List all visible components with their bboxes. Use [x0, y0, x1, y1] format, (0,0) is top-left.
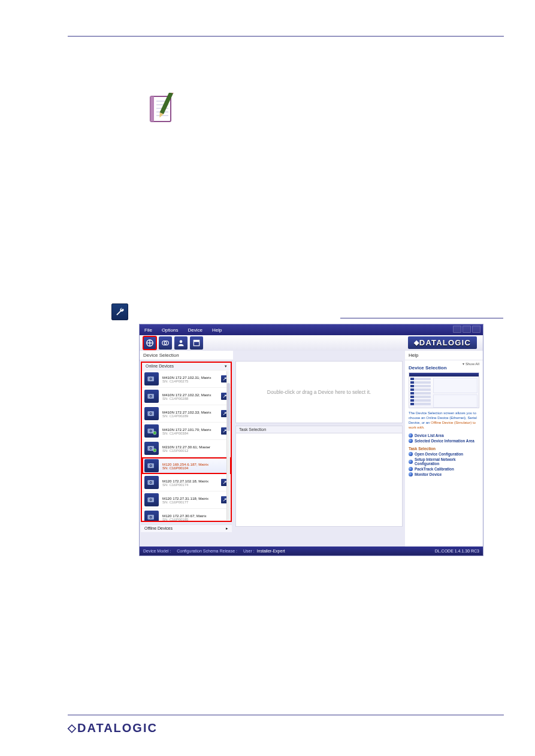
camera-icon — [144, 459, 159, 472]
help-link[interactable]: Setup Internal Network Configuration — [409, 457, 479, 466]
svg-point-42 — [150, 482, 151, 483]
toolbar-layout[interactable] — [190, 336, 203, 350]
online-devices-header[interactable]: Online Devices▾ — [142, 363, 231, 371]
svg-point-28 — [150, 413, 151, 414]
wrench-step-button — [111, 303, 128, 320]
device-item[interactable]: M410N 172.27.101.70; MatrixSN: C14P00384 — [142, 423, 231, 440]
camera-icon — [144, 511, 159, 522]
help-description: The Device Selection screen allows you t… — [409, 411, 479, 430]
device-item[interactable]: M410N 172.27.102.33; MatrixSN: C14P00289 — [142, 405, 231, 423]
chevron-right-icon: ▸ — [226, 526, 228, 531]
window-maximize[interactable] — [463, 326, 471, 333]
svg-point-35 — [150, 448, 151, 449]
menu-file[interactable]: File — [144, 327, 152, 333]
app-body: Device Selection Online Devices▾ M410N 1… — [140, 351, 483, 546]
right-column: Help ▾ Show All Device Selection The Dev… — [405, 351, 483, 546]
statusbar-left: Device Model : Configuration Schema Rele… — [143, 549, 286, 553]
offline-devices-header[interactable]: Offline Devices▸ — [141, 524, 232, 532]
scrollbar-thumb[interactable] — [227, 383, 230, 431]
device-item[interactable]: M410N 172.27.102.31; MatrixSN: C14P00275 — [142, 371, 231, 388]
note-icon — [147, 93, 177, 126]
help-body: ▾ Show All Device Selection The Device S… — [405, 360, 483, 546]
camera-icon — [144, 493, 159, 506]
help-subheading: Task Selection — [409, 447, 479, 451]
svg-point-45 — [150, 499, 151, 500]
statusbar: Device Model : Configuration Schema Rele… — [140, 546, 483, 555]
toolbar-user[interactable] — [174, 336, 188, 350]
device-item[interactable]: M120 169.254.6.187; MatrixSN: C16P00104 — [142, 457, 231, 474]
device-text: M410N 172.27.101.70; MatrixSN: C14P00384 — [162, 427, 217, 435]
device-text: M120 169.254.6.187; MatrixSN: C16P00104 — [162, 462, 228, 470]
chevron-down-icon: ▾ — [225, 364, 227, 369]
device-selection-heading: Device Selection — [140, 351, 233, 360]
svg-rect-1 — [150, 96, 154, 122]
footer-brand: ◇DATALOGIC — [68, 721, 158, 735]
menu-help[interactable]: Help — [212, 327, 222, 333]
device-item[interactable]: M410N 172.27.102.32; MatrixSN: C14P00288 — [142, 388, 231, 405]
toolbar-getting-started[interactable] — [143, 336, 156, 350]
svg-point-32 — [153, 432, 156, 435]
device-text: M120 172.27.102.18; MatrixSN: C16P00174 — [162, 479, 217, 487]
camera-icon — [144, 476, 159, 489]
left-column: Device Selection Online Devices▾ M410N 1… — [140, 351, 233, 546]
window-close[interactable] — [472, 326, 480, 333]
device-text: M410N 172.27.102.33; MatrixSN: C14P00289 — [162, 410, 217, 418]
device-text: M210N 172.27.30.61; MasterSN: C15P00012 — [162, 445, 228, 453]
menu-device[interactable]: Device — [188, 327, 202, 333]
camera-icon — [144, 442, 159, 455]
task-selection-header: Task Selection — [235, 426, 403, 433]
page-bottom-rule — [68, 715, 504, 715]
hr-right — [340, 318, 503, 318]
menubar: File Options Device Help — [140, 324, 483, 335]
device-dropzone[interactable]: Double-click or drag a Device here to se… — [235, 361, 403, 423]
help-link[interactable]: Open Device Configuration — [409, 452, 479, 456]
device-text: M120 172.27.31.118; MatrixSN: C16P00177 — [162, 496, 217, 504]
online-devices-pane: Online Devices▾ M410N 172.27.102.31; Mat… — [141, 362, 232, 522]
menu-options[interactable]: Options — [162, 327, 179, 333]
device-item[interactable]: M120 172.27.102.18; MatrixSN: C16P00174 — [142, 474, 231, 491]
device-text: M410N 172.27.102.31; MatrixSN: C14P00275 — [162, 375, 217, 383]
device-item[interactable]: M120 172.27.31.118; MatrixSN: C16P00177 — [142, 491, 231, 509]
svg-point-31 — [150, 430, 151, 432]
camera-icon — [144, 390, 159, 403]
svg-point-36 — [153, 449, 156, 452]
svg-point-17 — [180, 340, 183, 343]
scrollbar[interactable] — [226, 371, 230, 520]
app-window: File Options Device Help ◆DATALOGIC Devi… — [139, 324, 483, 556]
toolbar-connect[interactable] — [159, 336, 172, 350]
svg-point-48 — [150, 517, 151, 518]
camera-icon — [144, 372, 159, 385]
device-text: M410N 172.27.102.32; MatrixSN: C14P00288 — [162, 393, 217, 400]
camera-icon — [144, 424, 159, 438]
toolbar-brand: ◆DATALOGIC — [408, 336, 477, 349]
page-top-rule — [68, 36, 504, 37]
camera-icon — [144, 407, 159, 420]
toolbar: ◆DATALOGIC — [140, 335, 483, 351]
svg-point-22 — [150, 378, 151, 379]
help-title: Device Selection — [409, 365, 479, 371]
statusbar-version: DL.CODE 1.4.1.30 RC3 — [435, 549, 479, 553]
help-thumbnail — [409, 372, 479, 408]
show-all-link[interactable]: ▾ Show All — [463, 362, 479, 366]
window-controls — [453, 326, 480, 333]
task-selection-section: Task Selection — [235, 426, 403, 527]
help-link[interactable]: Device List Area — [409, 433, 479, 438]
window-minimize[interactable] — [453, 326, 461, 333]
middle-column: x Double-click or drag a Device here to … — [233, 351, 405, 546]
device-item[interactable]: M120 172.27.30.67; MatrixSN: C16P00185 — [142, 509, 231, 522]
help-link[interactable]: Monitor Device — [409, 472, 479, 476]
svg-point-25 — [150, 396, 151, 397]
task-selection-body — [235, 433, 403, 527]
help-link[interactable]: Selected Device Information Area — [409, 439, 479, 443]
device-list[interactable]: M410N 172.27.102.31; MatrixSN: C14P00275… — [142, 371, 231, 522]
device-item[interactable]: M210N 172.27.30.61; MasterSN: C15P00012 — [142, 440, 231, 457]
help-header: Help — [405, 351, 483, 360]
help-link[interactable]: PackTrack Calibration — [409, 467, 479, 471]
svg-rect-19 — [194, 340, 199, 342]
device-text: M120 172.27.30.67; MatrixSN: C16P00185 — [162, 514, 228, 521]
svg-point-39 — [150, 465, 151, 466]
